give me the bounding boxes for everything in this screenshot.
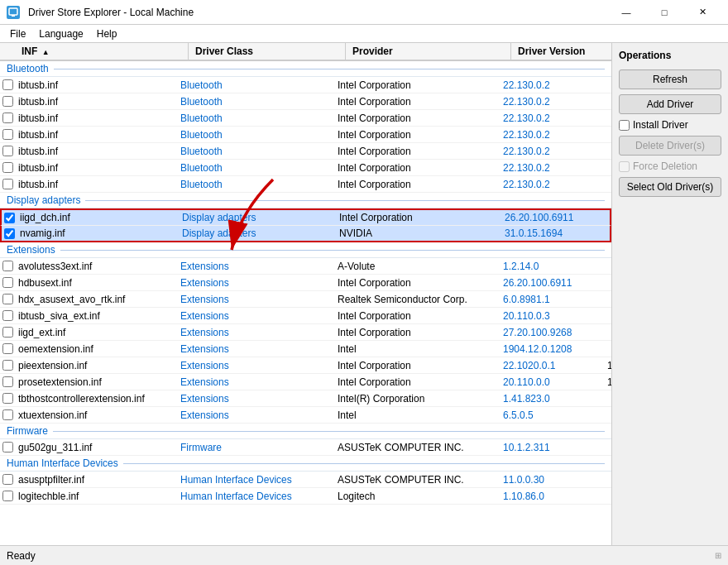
table-row[interactable]: oemextension.inf Extensions Intel 1904.1… — [0, 341, 611, 357]
row-checkbox[interactable] — [2, 79, 13, 90]
close-button[interactable]: ✕ — [683, 0, 721, 25]
table-row[interactable]: tbthostcontrollerextension.inf Extension… — [0, 390, 611, 407]
row-checkbox[interactable] — [2, 113, 13, 123]
install-driver-checkbox[interactable] — [619, 120, 630, 131]
table-row[interactable]: ibtusb.inf Bluetooth Intel Corporation 2… — [0, 93, 611, 110]
row-checkbox[interactable] — [2, 360, 13, 371]
status-bar: Ready ⊞ — [0, 545, 728, 565]
category-hid: Human Interface Devices — [0, 456, 611, 472]
menu-language[interactable]: Language — [32, 26, 89, 41]
refresh-button[interactable]: Refresh — [619, 69, 721, 89]
menu-file[interactable]: File — [3, 26, 32, 41]
row-checkbox[interactable] — [2, 146, 13, 156]
row-checkbox[interactable] — [2, 442, 13, 452]
svg-rect-1 — [12, 15, 15, 17]
table-row[interactable]: asusptpfilter.inf Human Interface Device… — [0, 472, 611, 488]
col-header-provider[interactable]: Provider — [346, 43, 511, 60]
menu-help[interactable]: Help — [90, 26, 124, 41]
col-header-version[interactable]: Driver Version — [511, 43, 612, 60]
table-row[interactable]: xtuextension.inf Extensions Intel 6.5.0.… — [0, 407, 611, 424]
table-row[interactable]: ibtusb_siva_ext.inf Extensions Intel Cor… — [0, 308, 611, 324]
svg-rect-0 — [9, 8, 17, 15]
row-checkbox[interactable] — [2, 129, 13, 140]
col-header-class[interactable]: Driver Class — [189, 43, 346, 60]
table-row[interactable]: ibtusb.inf Bluetooth Intel Corporation 2… — [0, 160, 611, 176]
row-checkbox[interactable] — [4, 213, 15, 223]
row-checkbox[interactable] — [2, 162, 13, 173]
table-row[interactable]: ibtusb.inf Bluetooth Intel Corporation 2… — [0, 77, 611, 93]
delete-drivers-button[interactable]: Delete Driver(s) — [619, 136, 721, 156]
category-bluetooth: Bluetooth — [0, 61, 611, 77]
app-icon — [7, 6, 20, 19]
category-extensions: Extensions — [0, 242, 611, 258]
row-checkbox[interactable] — [2, 277, 13, 288]
row-checkbox[interactable] — [2, 474, 13, 485]
main-layout: INF ▲ Driver Class Provider Driver Versi… — [0, 43, 728, 545]
window-title: Driver Store Explorer - Local Machine — [28, 7, 607, 18]
table-row[interactable]: pieextension.inf Extensions Intel Corpor… — [0, 357, 611, 374]
install-driver-label[interactable]: Install Driver — [633, 119, 688, 131]
table-row[interactable]: ibtusb.inf Bluetooth Intel Corporation 2… — [0, 143, 611, 160]
table-row-nvamig[interactable]: nvamig.inf Display adapters NVIDIA 31.0.… — [0, 226, 611, 242]
table-row[interactable]: hdbusext.inf Extensions Intel Corporatio… — [0, 275, 611, 291]
col-header-inf[interactable]: INF ▲ — [15, 43, 189, 60]
table-scroll[interactable]: Bluetooth ibtusb.inf Bluetooth Intel Cor… — [0, 61, 611, 545]
table-row[interactable]: hdx_asusext_avo_rtk.inf Extensions Realt… — [0, 291, 611, 308]
table-row[interactable]: ibtusb.inf Bluetooth Intel Corporation 2… — [0, 176, 611, 193]
window-controls: — □ ✕ — [607, 0, 721, 25]
row-checkbox[interactable] — [2, 491, 13, 501]
driver-table-area: INF ▲ Driver Class Provider Driver Versi… — [0, 43, 612, 545]
operations-label: Operations — [619, 50, 721, 61]
row-checkbox[interactable] — [2, 343, 13, 354]
title-bar: Driver Store Explorer - Local Machine — … — [0, 0, 728, 25]
table-header: INF ▲ Driver Class Provider Driver Versi… — [0, 43, 611, 61]
row-checkbox[interactable] — [2, 310, 13, 321]
category-firmware: Firmware — [0, 424, 611, 439]
row-checkbox[interactable] — [2, 261, 13, 271]
row-checkbox[interactable] — [2, 376, 13, 387]
table-row[interactable]: ibtusb.inf Bluetooth Intel Corporation 2… — [0, 127, 611, 143]
row-checkbox[interactable] — [2, 393, 13, 404]
sort-arrow-inf: ▲ — [42, 48, 50, 56]
add-driver-button[interactable]: Add Driver — [619, 94, 721, 114]
force-deletion-check: Force Deletion — [619, 160, 721, 172]
install-driver-check: Install Driver — [619, 119, 721, 131]
row-checkbox[interactable] — [2, 327, 13, 338]
table-row[interactable]: logitechble.inf Human Interface Devices … — [0, 488, 611, 505]
table-row[interactable]: gu502gu_311.inf Firmware ASUSTeK COMPUTE… — [0, 439, 611, 456]
force-deletion-checkbox[interactable] — [619, 161, 630, 172]
menu-bar: File Language Help — [0, 25, 728, 43]
table-row[interactable]: ibtusb.inf Bluetooth Intel Corporation 2… — [0, 110, 611, 127]
select-old-drivers-button[interactable]: Select Old Driver(s) — [619, 177, 721, 197]
row-checkbox[interactable] — [2, 294, 13, 304]
table-row[interactable]: avolutess3ext.inf Extensions A-Volute 1.… — [0, 258, 611, 275]
resize-grip: ⊞ — [715, 551, 721, 560]
row-checkbox[interactable] — [2, 96, 13, 107]
maximize-button[interactable]: □ — [645, 0, 683, 25]
operations-panel: Operations Refresh Add Driver Install Dr… — [612, 43, 728, 545]
table-row-iigd[interactable]: iigd_dch.inf Display adapters Intel Corp… — [0, 208, 611, 226]
table-row[interactable]: prosetextension.inf Extensions Intel Cor… — [0, 374, 611, 390]
status-text: Ready — [7, 550, 36, 562]
table-row[interactable]: iigd_ext.inf Extensions Intel Corporatio… — [0, 324, 611, 341]
minimize-button[interactable]: — — [607, 0, 645, 25]
row-checkbox[interactable] — [2, 179, 13, 189]
row-checkbox[interactable] — [2, 409, 13, 420]
force-deletion-label[interactable]: Force Deletion — [633, 160, 697, 172]
category-display: Display adapters — [0, 193, 611, 208]
row-checkbox[interactable] — [4, 228, 15, 239]
